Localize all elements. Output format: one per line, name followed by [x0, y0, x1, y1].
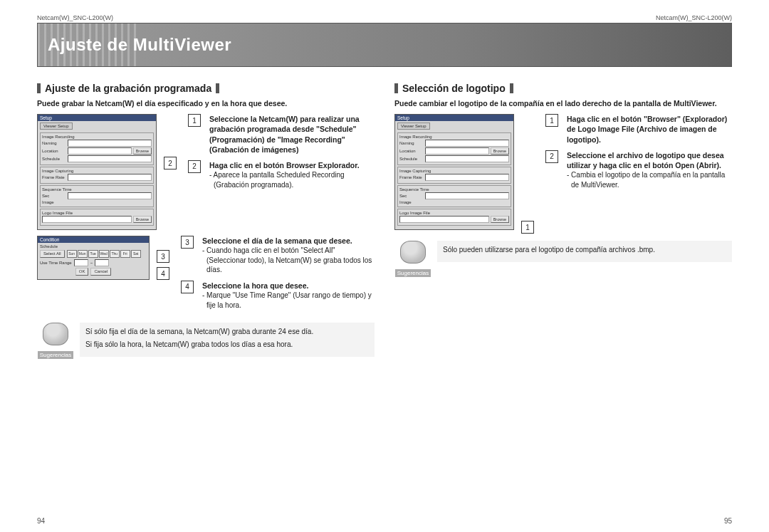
group-label: Image Capturing	[399, 169, 509, 173]
day-toggle[interactable]: Mon	[78, 250, 88, 258]
tip-label: Sugerencias	[38, 351, 73, 359]
dialog-condition: Condition Schedule Select All Sun Mon Tu…	[37, 236, 150, 280]
running-header-left: Netcam(W)_SNC-L200(W)	[37, 14, 113, 21]
logo-field[interactable]	[399, 216, 489, 223]
step-heading: Seleccione el archivo de logotipo que de…	[567, 150, 732, 170]
right-column: Selección de logotipo Puede cambiar el l…	[394, 83, 732, 360]
naming-field[interactable]	[425, 140, 509, 147]
screenshot-viewer-setup: Setup Viewer Setup Image Recording Namin…	[37, 114, 157, 230]
section-lead-left: Puede grabar la Netcam(W) el día especif…	[37, 98, 375, 108]
dialog-viewer-setup: Setup Viewer Setup Image Recording Namin…	[37, 114, 157, 230]
day-toggle[interactable]: Tue	[88, 250, 98, 258]
callout-marker: 2	[164, 157, 177, 169]
step-number: 1	[188, 114, 201, 127]
tab-viewer-setup[interactable]: Viewer Setup	[40, 122, 73, 130]
step-heading: Haga clic en el botón Browser Explorador…	[209, 160, 375, 170]
dialog-viewer-setup: Setup Viewer Setup Image Recording Namin…	[394, 114, 514, 230]
section-lead-right: Puede cambiar el logotipo de la compañía…	[394, 98, 732, 108]
tab-viewer-setup[interactable]: Viewer Setup	[397, 122, 430, 130]
group-label: Sequence Time	[399, 187, 509, 192]
field-label: Image	[42, 200, 66, 204]
group-label: Sequence Time	[42, 187, 152, 192]
field-label: Naming	[399, 141, 424, 145]
step-body: Cuando haga clic en el botón "Select All…	[206, 246, 375, 275]
field-label: Frame Rate	[399, 175, 424, 179]
select-all-button[interactable]: Select All	[40, 250, 65, 258]
naming-field[interactable]	[68, 140, 152, 147]
schedule-field[interactable]	[68, 155, 152, 162]
day-toggle[interactable]: Sun	[67, 250, 77, 258]
group-label: Logo Image File	[42, 211, 152, 215]
group-label: Image Recording	[42, 135, 152, 139]
callout-marker: 1	[521, 221, 534, 234]
tip-label: Sugerencias	[395, 269, 431, 277]
tip-box-left: Sugerencias Sí sólo fija el día de la se…	[37, 323, 375, 360]
screenshot-condition: Condition Schedule Select All Sun Mon Tu…	[37, 236, 150, 315]
field-label: Frame Rate	[42, 175, 66, 179]
step-number: 2	[188, 160, 201, 173]
section-title-left: Ajuste de la grabación programada	[37, 83, 375, 94]
step-heading: Seleccione la Netcam(W) para realizar un…	[209, 114, 375, 155]
tip-text: Si fija sólo la hora, la Netcam(W) graba…	[85, 340, 369, 350]
section-title-text: Ajuste de la grabación programada	[45, 83, 211, 94]
left-column: Ajuste de la grabación programada Puede …	[37, 83, 375, 360]
running-header: Netcam(W)_SNC-L200(W) Netcam(W)_SNC-L200…	[37, 14, 732, 21]
sec-field[interactable]	[68, 192, 152, 199]
mascot-icon	[400, 241, 426, 264]
page-numbers: 94 95	[37, 517, 732, 525]
time-from[interactable]	[74, 259, 88, 266]
time-sep: ~	[90, 261, 93, 265]
step-heading: Haga clic en el botón "Browser" (Explora…	[567, 114, 732, 145]
running-header-right: Netcam(W)_SNC-L200(W)	[656, 14, 732, 21]
browse-button[interactable]: Browse	[133, 216, 152, 223]
bar-icon	[510, 83, 513, 93]
location-field[interactable]	[425, 147, 489, 155]
browse-button[interactable]: Browse	[133, 147, 152, 155]
dialog-titlebar: Setup	[38, 115, 156, 121]
field-label: Sec	[399, 194, 424, 198]
step-body: Marque "Use Time Range" (Usar rango de t…	[206, 291, 375, 310]
location-field[interactable]	[68, 147, 132, 155]
framerate-field[interactable]	[68, 174, 152, 181]
schedule-field[interactable]	[425, 155, 509, 162]
ok-button[interactable]: OK	[75, 268, 89, 276]
browse-button[interactable]: Browse	[491, 216, 509, 223]
page-number-right: 95	[724, 517, 732, 525]
field-label: Location	[399, 149, 424, 153]
step-number: 3	[181, 236, 194, 249]
section-title-text: Selección de logotipo	[402, 83, 506, 94]
step-heading: Seleccione el día de la semana que desee…	[202, 236, 375, 246]
step-number: 4	[181, 281, 194, 293]
callout-marker: 3	[157, 250, 169, 263]
bar-icon	[394, 83, 398, 93]
browse-button[interactable]: Browse	[491, 147, 509, 155]
step-heading: Seleccione la hora que desee.	[202, 281, 375, 291]
day-buttons: Sun Mon Tue Wed Thu Fri Sat	[67, 250, 141, 258]
group-label: Logo Image File	[399, 211, 509, 215]
time-to[interactable]	[95, 259, 109, 266]
tip-box-right: Sugerencias Sólo pueden utilizarse para …	[394, 241, 732, 278]
sec-field[interactable]	[425, 192, 509, 199]
page-number-left: 94	[37, 517, 45, 525]
dialog-titlebar: Setup	[395, 115, 513, 121]
use-time-checkbox[interactable]: Use Time Range	[40, 261, 72, 265]
framerate-field[interactable]	[425, 174, 509, 181]
dialog-titlebar: Condition	[38, 236, 149, 243]
callout-marker: 4	[157, 267, 169, 280]
field-label: Sec	[42, 194, 66, 198]
day-toggle[interactable]: Thu	[110, 250, 120, 258]
field-label: Schedule	[42, 157, 66, 161]
cancel-button[interactable]: Cancel	[90, 268, 111, 276]
day-toggle[interactable]: Fri	[120, 250, 130, 258]
day-toggle[interactable]: Sat	[131, 250, 141, 258]
step-number: 2	[545, 150, 558, 163]
field-label: Naming	[42, 141, 66, 145]
bar-icon	[216, 83, 219, 93]
day-toggle[interactable]: Wed	[99, 250, 109, 258]
logo-field[interactable]	[42, 216, 132, 223]
step-number: 1	[545, 114, 558, 127]
bar-icon	[37, 83, 41, 93]
tip-text: Sólo pueden utilizarse para el logotipo …	[443, 245, 726, 255]
group-label: Schedule	[40, 244, 147, 249]
tip-text: Sí sólo fija el día de la semana, la Net…	[85, 327, 369, 337]
